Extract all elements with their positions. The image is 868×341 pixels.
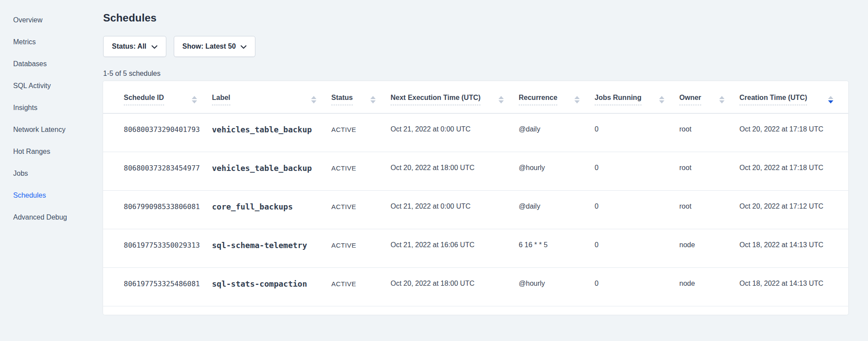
sidebar-item-hot-ranges[interactable]: Hot Ranges <box>13 141 67 163</box>
cell-label[interactable]: sql-schema-telemetry <box>212 229 331 267</box>
cell-next-execution-time-utc: Oct 20, 2022 at 18:00 UTC <box>391 267 519 306</box>
cell-recurrence: @daily <box>519 190 595 229</box>
cell-creation-time-utc: Oct 18, 2022 at 14:13 UTC <box>739 229 848 267</box>
table-header: Schedule IDLabelStatusNext Execution Tim… <box>103 81 848 113</box>
column-header-jobs-running[interactable]: Jobs Running <box>595 81 679 113</box>
status-filter-dropdown[interactable]: Status: All <box>103 36 166 57</box>
sidebar-item-metrics[interactable]: Metrics <box>13 31 67 53</box>
cell-next-execution-time-utc: Oct 21, 2022 at 0:00 UTC <box>391 113 519 152</box>
sort-arrows-icon <box>370 96 376 103</box>
cell-owner: root <box>679 152 739 190</box>
cell-status: ACTIVE <box>331 229 391 267</box>
sort-arrows-icon <box>311 96 316 103</box>
column-label: Schedule ID <box>124 94 164 105</box>
column-header-recurrence[interactable]: Recurrence <box>519 81 595 113</box>
column-header-owner[interactable]: Owner <box>679 81 739 113</box>
column-header-label[interactable]: Label <box>212 81 331 113</box>
chevron-down-icon <box>151 45 158 49</box>
table-row: 806800373283454977vehicles_table_backupA… <box>103 152 848 190</box>
column-header-status[interactable]: Status <box>331 81 391 113</box>
cell-schedule-id: 806800373290401793 <box>103 113 212 152</box>
cell-label[interactable]: core_full_backups <box>212 190 331 229</box>
cell-jobs-running: 0 <box>595 229 679 267</box>
cell-next-execution-time-utc: Oct 21, 2022 at 0:00 UTC <box>391 190 519 229</box>
cell-owner: node <box>679 229 739 267</box>
cell-label[interactable]: vehicles_table_backup <box>212 113 331 152</box>
sidebar-item-overview[interactable]: Overview <box>13 9 67 31</box>
table-body: 806800373290401793vehicles_table_backupA… <box>103 113 848 306</box>
column-label: Status <box>331 94 353 105</box>
cell-status: ACTIVE <box>331 267 391 306</box>
sort-arrows-icon <box>719 96 725 103</box>
column-label: Owner <box>679 94 701 105</box>
table-row: 806197753325486081sql-stats-compactionAC… <box>103 267 848 306</box>
cell-owner: root <box>679 113 739 152</box>
results-count: 1-5 of 5 schedules <box>103 70 161 78</box>
sort-arrows-icon <box>192 96 197 103</box>
cell-schedule-id: 806799098533806081 <box>103 190 212 229</box>
cell-jobs-running: 0 <box>595 152 679 190</box>
sidebar-item-network-latency[interactable]: Network Latency <box>13 119 67 141</box>
sort-arrows-icon <box>499 96 504 103</box>
db-console-schedules-page: OverviewMetricsDatabasesSQL ActivityInsi… <box>0 0 868 341</box>
main-content: Schedules Status: All Show: Latest 50 1-… <box>103 0 848 341</box>
cell-label[interactable]: vehicles_table_backup <box>212 152 331 190</box>
sidebar-item-schedules[interactable]: Schedules <box>13 185 67 206</box>
cell-jobs-running: 0 <box>595 190 679 229</box>
cell-creation-time-utc: Oct 20, 2022 at 17:18 UTC <box>739 152 848 190</box>
cell-recurrence: @hourly <box>519 152 595 190</box>
cell-label[interactable]: sql-stats-compaction <box>212 267 331 306</box>
sidebar-item-advanced-debug[interactable]: Advanced Debug <box>13 206 67 228</box>
cell-schedule-id: 806197753350029313 <box>103 229 212 267</box>
sort-arrows-icon <box>574 96 580 103</box>
cell-creation-time-utc: Oct 18, 2022 at 14:13 UTC <box>739 267 848 306</box>
cell-jobs-running: 0 <box>595 113 679 152</box>
chevron-down-icon <box>240 45 247 49</box>
page-title: Schedules <box>103 12 157 24</box>
column-header-creation-time-utc[interactable]: Creation Time (UTC) <box>739 81 848 113</box>
sort-arrows-icon <box>828 96 833 103</box>
column-label: Recurrence <box>519 94 557 105</box>
cell-jobs-running: 0 <box>595 267 679 306</box>
cell-next-execution-time-utc: Oct 21, 2022 at 16:06 UTC <box>391 229 519 267</box>
sort-arrows-icon <box>659 96 664 103</box>
column-header-schedule-id[interactable]: Schedule ID <box>103 81 212 113</box>
cell-status: ACTIVE <box>331 190 391 229</box>
cell-recurrence: @hourly <box>519 267 595 306</box>
cell-status: ACTIVE <box>331 113 391 152</box>
sidebar-item-sql-activity[interactable]: SQL Activity <box>13 75 67 97</box>
column-label: Creation Time (UTC) <box>739 94 807 105</box>
cell-recurrence: 6 16 * * 5 <box>519 229 595 267</box>
cell-status: ACTIVE <box>331 152 391 190</box>
show-filter-label: Show: Latest 50 <box>183 43 236 50</box>
sidebar: OverviewMetricsDatabasesSQL ActivityInsi… <box>0 0 103 341</box>
filter-bar: Status: All Show: Latest 50 <box>103 36 255 57</box>
cell-owner: node <box>679 267 739 306</box>
table-row: 806800373290401793vehicles_table_backupA… <box>103 113 848 152</box>
cell-schedule-id: 806197753325486081 <box>103 267 212 306</box>
column-label: Label <box>212 94 230 105</box>
schedules-table: Schedule IDLabelStatusNext Execution Tim… <box>103 81 848 306</box>
cell-schedule-id: 806800373283454977 <box>103 152 212 190</box>
show-filter-dropdown[interactable]: Show: Latest 50 <box>174 36 256 57</box>
status-filter-label: Status: All <box>112 43 147 50</box>
table-row: 806197753350029313sql-schema-telemetryAC… <box>103 229 848 267</box>
sidebar-item-insights[interactable]: Insights <box>13 97 67 119</box>
cell-next-execution-time-utc: Oct 20, 2022 at 18:00 UTC <box>391 152 519 190</box>
column-header-next-execution-time-utc[interactable]: Next Execution Time (UTC) <box>391 81 519 113</box>
cell-owner: root <box>679 190 739 229</box>
column-label: Next Execution Time (UTC) <box>391 94 481 105</box>
sidebar-item-databases[interactable]: Databases <box>13 53 67 75</box>
cell-recurrence: @daily <box>519 113 595 152</box>
sidebar-nav-list: OverviewMetricsDatabasesSQL ActivityInsi… <box>13 9 67 228</box>
cell-creation-time-utc: Oct 20, 2022 at 17:18 UTC <box>739 113 848 152</box>
table-row: 806799098533806081core_full_backupsACTIV… <box>103 190 848 229</box>
cell-creation-time-utc: Oct 20, 2022 at 17:12 UTC <box>739 190 848 229</box>
table-header-row: Schedule IDLabelStatusNext Execution Tim… <box>103 81 848 113</box>
sidebar-item-jobs[interactable]: Jobs <box>13 163 67 185</box>
column-label: Jobs Running <box>595 94 642 105</box>
schedules-table-card: Schedule IDLabelStatusNext Execution Tim… <box>103 81 848 315</box>
